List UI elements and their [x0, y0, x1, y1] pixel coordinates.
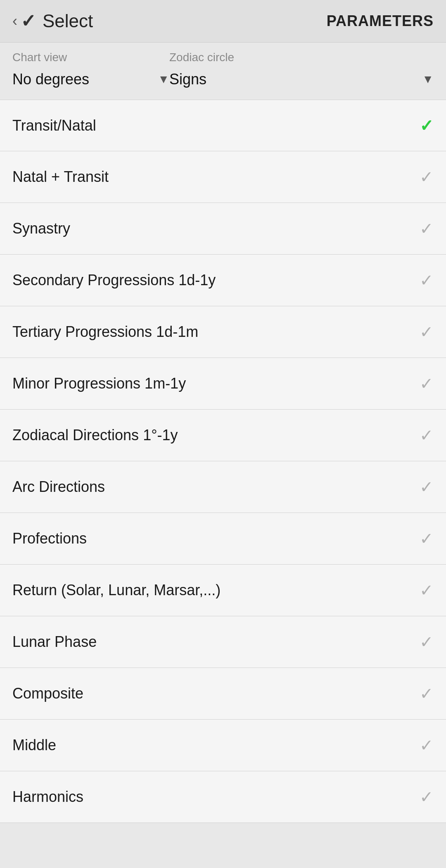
check-icon-profections: ✓ [420, 530, 434, 547]
check-icon-arc-directions: ✓ [420, 479, 434, 495]
list-item-tertiary-progressions[interactable]: Tertiary Progressions 1d-1m✓ [0, 306, 446, 358]
check-icon-tertiary-progressions: ✓ [420, 324, 434, 340]
list-item-lunar-phase[interactable]: Lunar Phase✓ [0, 616, 446, 668]
check-icon-minor-progressions: ✓ [420, 375, 434, 392]
list-item-label-return: Return (Solar, Lunar, Marsar,...) [12, 582, 221, 599]
check-icon-natal-transit: ✓ [420, 169, 434, 185]
list-item-label-secondary-progressions: Secondary Progressions 1d-1y [12, 272, 216, 289]
list-item-label-zodiacal-directions: Zodiacal Directions 1°-1y [12, 427, 178, 444]
zodiac-circle-dropdown[interactable]: Signs ▼ [169, 67, 434, 91]
check-icon-harmonics: ✓ [420, 789, 434, 805]
list-item-label-middle: Middle [12, 737, 56, 754]
chart-view-value: No degrees [12, 71, 89, 88]
list-item-profections[interactable]: Profections✓ [0, 513, 446, 565]
check-icon-middle: ✓ [420, 737, 434, 754]
header-check-icon: ✓ [21, 12, 36, 30]
dropdown-controls: No degrees ▼ Signs ▼ [12, 67, 434, 91]
chart-view-dropdown[interactable]: No degrees ▼ [12, 67, 169, 91]
header: ‹ ✓ Select PARAMETERS [0, 0, 446, 43]
list-item-label-synastry: Synastry [12, 220, 70, 237]
list-item-transit-natal[interactable]: Transit/Natal✓ [0, 100, 446, 151]
back-icon[interactable]: ‹ [12, 14, 17, 29]
list-item-label-tertiary-progressions: Tertiary Progressions 1d-1m [12, 323, 198, 341]
back-check: ‹ ✓ [12, 12, 36, 30]
list-item-arc-directions[interactable]: Arc Directions✓ [0, 461, 446, 513]
list-item-label-harmonics: Harmonics [12, 788, 83, 806]
list-item-synastry[interactable]: Synastry✓ [0, 203, 446, 255]
list-item-middle[interactable]: Middle✓ [0, 720, 446, 771]
list-item-composite[interactable]: Composite✓ [0, 668, 446, 720]
chart-view-label: Chart view [12, 51, 169, 64]
list-item-label-minor-progressions: Minor Progressions 1m-1y [12, 375, 186, 392]
list-item-secondary-progressions[interactable]: Secondary Progressions 1d-1y✓ [0, 255, 446, 306]
list-item-zodiacal-directions[interactable]: Zodiacal Directions 1°-1y✓ [0, 410, 446, 461]
list-item-label-composite: Composite [12, 685, 83, 702]
check-icon-synastry: ✓ [420, 220, 434, 237]
list-item-label-lunar-phase: Lunar Phase [12, 633, 97, 651]
list-item-label-profections: Profections [12, 530, 87, 547]
check-icon-return: ✓ [420, 582, 434, 599]
list-item-harmonics[interactable]: Harmonics✓ [0, 771, 446, 823]
zodiac-circle-arrow: ▼ [422, 73, 434, 86]
check-icon-lunar-phase: ✓ [420, 634, 434, 650]
check-icon-transit-natal: ✓ [420, 117, 434, 134]
chart-view-arrow: ▼ [158, 73, 169, 86]
dropdown-labels: Chart view Zodiac circle [12, 51, 434, 64]
check-icon-zodiacal-directions: ✓ [420, 427, 434, 444]
parameters-label[interactable]: PARAMETERS [327, 12, 434, 30]
check-icon-secondary-progressions: ✓ [420, 272, 434, 289]
header-left: ‹ ✓ Select [12, 11, 93, 31]
dropdowns-section: Chart view Zodiac circle No degrees ▼ Si… [0, 43, 446, 95]
page-title: Select [43, 11, 93, 31]
check-icon-composite: ✓ [420, 685, 434, 702]
list-container: Transit/Natal✓Natal + Transit✓Synastry✓S… [0, 100, 446, 823]
list-item-return[interactable]: Return (Solar, Lunar, Marsar,...)✓ [0, 565, 446, 616]
list-item-minor-progressions[interactable]: Minor Progressions 1m-1y✓ [0, 358, 446, 410]
list-item-label-natal-transit: Natal + Transit [12, 168, 109, 186]
list-item-natal-transit[interactable]: Natal + Transit✓ [0, 151, 446, 203]
list-item-label-transit-natal: Transit/Natal [12, 117, 96, 134]
list-item-label-arc-directions: Arc Directions [12, 478, 105, 496]
zodiac-circle-value: Signs [169, 71, 206, 88]
zodiac-circle-label: Zodiac circle [169, 51, 434, 64]
